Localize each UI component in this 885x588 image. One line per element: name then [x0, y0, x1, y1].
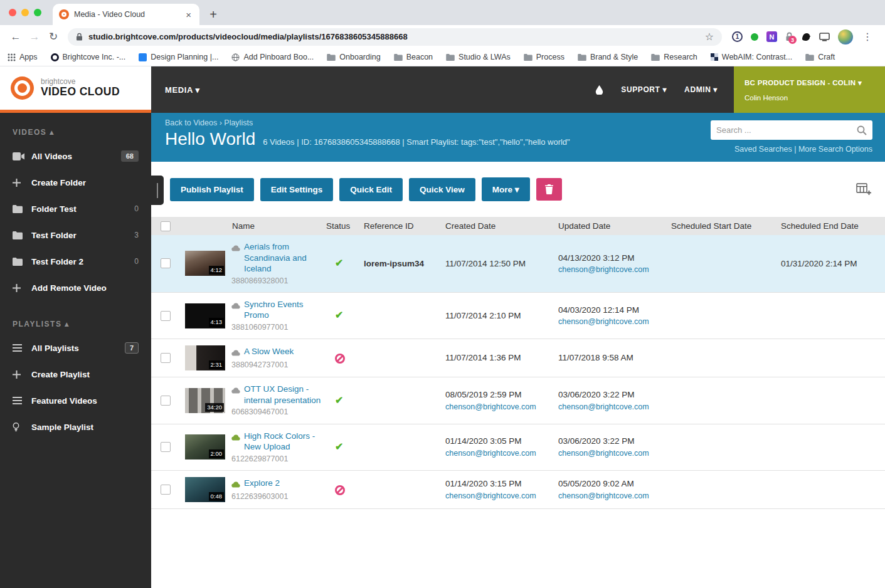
url-field[interactable]: studio.brightcove.com/products/videoclou…	[68, 28, 722, 46]
video-thumbnail[interactable]: 4:13	[185, 303, 225, 328]
updated-by-email[interactable]: chenson@brightcove.com	[558, 265, 663, 275]
minimize-window-button[interactable]	[21, 9, 29, 16]
screen-share-icon[interactable]	[819, 33, 830, 41]
bookmark-item[interactable]: Design Planning |...	[139, 53, 218, 61]
column-header-reference-id[interactable]: Reference ID	[361, 221, 442, 232]
select-all-checkbox[interactable]	[161, 221, 171, 231]
video-name-link[interactable]: Explore 2	[244, 478, 280, 489]
row-checkbox[interactable]	[161, 353, 171, 363]
search-input[interactable]	[716, 125, 857, 135]
profile-avatar[interactable]	[838, 29, 853, 45]
edit-settings-button[interactable]: Edit Settings	[260, 178, 334, 201]
more-button[interactable]: More ▾	[482, 177, 530, 201]
video-name-link[interactable]: Synchro Events Promo	[244, 299, 321, 321]
updated-by-email[interactable]: chenson@brightcove.com	[558, 448, 663, 458]
video-name-link[interactable]: Aerials from Scandinavia and Iceland	[244, 241, 321, 275]
support-menu[interactable]: SUPPORT ▾	[621, 85, 667, 94]
updated-by-email[interactable]: chenson@brightcove.com	[558, 317, 663, 327]
browser-menu-icon[interactable]: ⋮	[861, 31, 874, 43]
bookmark-item[interactable]: WebAIM: Contrast...	[711, 53, 792, 61]
video-thumbnail[interactable]: 34:20	[185, 388, 225, 413]
video-thumbnail[interactable]: 4:12	[185, 251, 225, 276]
bookmark-folder[interactable]: Studio & LWAs	[446, 53, 511, 61]
extension-icon[interactable]	[802, 33, 811, 41]
video-thumbnail[interactable]: 2:31	[185, 345, 225, 370]
tab-close-icon[interactable]: ×	[184, 9, 193, 20]
bookmark-star-icon[interactable]: ☆	[705, 31, 714, 43]
table-row[interactable]: 0:48 Explore 2 6122639603001 01/14/2020 …	[151, 471, 885, 509]
sidebar-section-videos[interactable]: VIDEOS ▴	[0, 118, 151, 143]
publish-playlist-button[interactable]: Publish Playlist	[170, 178, 254, 201]
sidebar-item-featured-videos[interactable]: Featured Videos	[0, 387, 151, 414]
created-by-email[interactable]: chenson@brightcove.com	[445, 402, 550, 412]
forward-icon[interactable]: →	[25, 31, 44, 43]
sidebar-item-all-playlists[interactable]: All Playlists 7	[0, 335, 151, 361]
search-icon[interactable]	[857, 125, 867, 135]
updated-by-email[interactable]: chenson@brightcove.com	[558, 402, 663, 412]
created-by-email[interactable]: chenson@brightcove.com	[445, 491, 550, 501]
sidebar-item-all-videos[interactable]: All Videos 68	[0, 143, 151, 169]
sidebar-item-add-remote-video[interactable]: Add Remote Video	[0, 275, 151, 301]
table-columns-button[interactable]	[856, 183, 871, 196]
brightcove-logo[interactable]: brightcove VIDEO CLOUD	[0, 66, 151, 113]
bookmark-folder[interactable]: Craft	[805, 53, 835, 61]
playlists-link[interactable]: Playlists	[224, 118, 253, 127]
new-tab-button[interactable]: +	[204, 6, 222, 23]
media-menu[interactable]: MEDIA ▾	[165, 85, 200, 95]
browser-tab[interactable]: Media - Video Cloud ×	[53, 4, 199, 25]
sidebar-item-sample-playlist[interactable]: Sample Playlist	[0, 414, 151, 440]
table-row[interactable]: 4:13 Synchro Events Promo 3881060977001 …	[151, 293, 885, 339]
column-header-updated-date[interactable]: Updated Date	[555, 221, 668, 232]
account-menu[interactable]: BC PRODUCT DESIGN - COLIN ▾ Colin Henson	[734, 66, 885, 113]
back-icon[interactable]: ←	[6, 31, 25, 43]
table-row[interactable]: 34:20 OTT UX Design - internal presentat…	[151, 377, 885, 424]
video-name-link[interactable]: OTT UX Design - internal presentation	[244, 384, 321, 406]
extension-icon[interactable]	[751, 33, 758, 41]
sidebar-item-test-folder-2[interactable]: Test Folder 2 0	[0, 248, 151, 275]
bookmark-folder[interactable]: Research	[651, 53, 697, 61]
row-checkbox[interactable]	[161, 442, 171, 452]
column-header-created-date[interactable]: Created Date	[442, 221, 555, 232]
column-header-name[interactable]: Name	[229, 221, 326, 232]
sidebar-item-folder-test[interactable]: Folder Test 0	[0, 196, 151, 222]
password-manager-icon[interactable]: 3	[785, 32, 793, 41]
reload-icon[interactable]: ↻	[44, 30, 63, 43]
sidebar-item-create-folder[interactable]: Create Folder	[0, 169, 151, 196]
column-header-status[interactable]: Status	[326, 221, 361, 232]
close-window-button[interactable]	[9, 9, 16, 16]
sidebar-item-test-folder[interactable]: Test Folder 3	[0, 222, 151, 248]
sidebar-section-playlists[interactable]: PLAYLISTS ▴	[0, 310, 151, 335]
more-search-options-link[interactable]: More Search Options	[798, 145, 872, 154]
sidebar-collapse-handle[interactable]	[151, 176, 164, 205]
column-header-scheduled-start[interactable]: Scheduled Start Date	[668, 221, 778, 232]
delete-button[interactable]	[536, 178, 562, 201]
bookmark-folder[interactable]: Onboarding	[327, 53, 380, 61]
row-checkbox[interactable]	[161, 396, 171, 406]
video-thumbnail[interactable]: 0:48	[185, 477, 225, 502]
bookmark-item[interactable]: Brightcove Inc. -...	[51, 53, 126, 61]
ink-drop-icon[interactable]	[595, 85, 603, 95]
extension-icon[interactable]: 1	[732, 31, 743, 42]
bookmark-apps[interactable]: Apps	[8, 53, 38, 61]
created-by-email[interactable]: chenson@brightcove.com	[445, 448, 550, 458]
extension-icon[interactable]: N	[766, 31, 777, 42]
video-name-link[interactable]: A Slow Week	[244, 346, 294, 357]
saved-searches-link[interactable]: Saved Searches	[734, 145, 792, 154]
table-row[interactable]: 2:31 A Slow Week 3880942737001 11/07/201…	[151, 339, 885, 377]
back-to-videos-link[interactable]: Back to Videos	[165, 118, 217, 127]
admin-menu[interactable]: ADMIN ▾	[684, 85, 718, 94]
table-row[interactable]: 4:12 Aerials from Scandinavia and Icelan…	[151, 235, 885, 293]
zoom-window-button[interactable]	[34, 9, 41, 16]
bookmark-item[interactable]: Add Pinboard Boo...	[231, 53, 314, 61]
quick-edit-button[interactable]: Quick Edit	[339, 178, 403, 201]
bookmark-folder[interactable]: Beacon	[394, 53, 433, 61]
updated-by-email[interactable]: chenson@brightcove.com	[558, 491, 663, 501]
table-row[interactable]: 2:00 High Rock Colors - New Upload 61226…	[151, 424, 885, 471]
video-name-link[interactable]: High Rock Colors - New Upload	[244, 431, 321, 453]
row-checkbox[interactable]	[161, 258, 171, 268]
row-checkbox[interactable]	[161, 485, 171, 495]
row-checkbox[interactable]	[161, 311, 171, 321]
bookmark-folder[interactable]: Brand & Style	[578, 53, 638, 61]
column-header-scheduled-end[interactable]: Scheduled End Date	[778, 221, 885, 232]
quick-view-button[interactable]: Quick View	[409, 178, 475, 201]
